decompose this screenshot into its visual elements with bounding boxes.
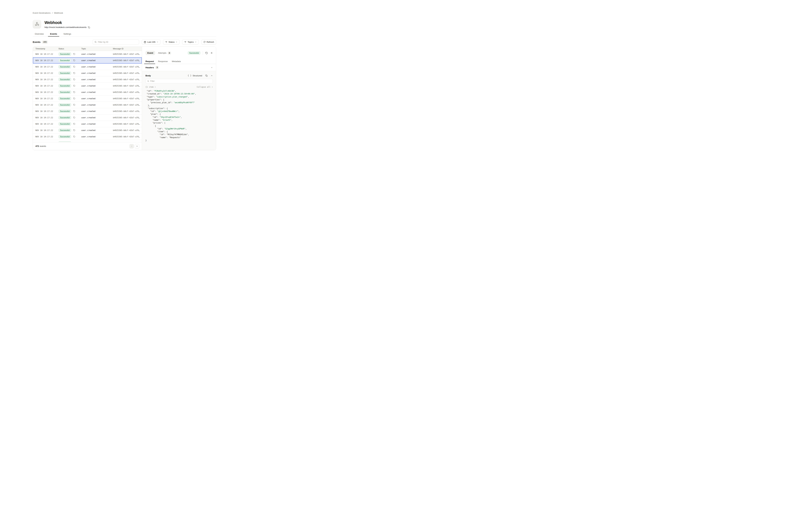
- retry-icon[interactable]: [73, 136, 75, 138]
- refresh-button[interactable]: Refresh: [201, 40, 216, 44]
- retry-icon[interactable]: [73, 66, 75, 68]
- headers-label: Headers: [146, 66, 154, 69]
- table-row[interactable]: NOV 18 10:17:22 Successful user.created …: [33, 134, 142, 140]
- retry-icon[interactable]: [73, 78, 75, 80]
- table-footer: 472 events: [33, 142, 142, 150]
- table-row[interactable]: NOV 18 10:17:22 Successful user.created …: [33, 127, 142, 134]
- table-row[interactable]: NOV 18 10:17:22 Successful user.created …: [33, 121, 142, 127]
- attempts-label: Attempts: [158, 52, 166, 54]
- json-line: "properties": {: [146, 98, 213, 101]
- topic-cell: user.created: [81, 110, 113, 112]
- status-filter-button[interactable]: Status: [163, 40, 179, 44]
- search-icon: [147, 80, 149, 82]
- date-range-button[interactable]: Last 24h: [142, 40, 160, 44]
- breadcrumb-parent[interactable]: Event Destinations: [33, 12, 51, 14]
- filter-by-id-box: [93, 40, 139, 44]
- filter-by-id-input[interactable]: [98, 41, 137, 43]
- breadcrumb-current[interactable]: Webhook: [54, 12, 63, 14]
- status-cell: Successful: [58, 103, 81, 107]
- topic-cell: user.created: [81, 104, 113, 106]
- headers-count-badge: 3: [155, 66, 159, 69]
- table-row[interactable]: NOV 18 10:17:22 Successful user.created …: [33, 89, 142, 95]
- tab-attempts[interactable]: Attempts 3: [158, 52, 171, 54]
- attempts-count-badge: 3: [168, 52, 171, 54]
- json-line: "id": "MJ2oy747MNQXELAo",: [146, 133, 213, 136]
- retry-icon[interactable]: [73, 129, 75, 131]
- tab-overview[interactable]: Overview: [33, 31, 46, 36]
- prev-page-button[interactable]: [129, 144, 134, 149]
- message-id-cell: b4925365-b8cf-42b7-a76…: [113, 97, 142, 100]
- timestamp-cell: NOV 18 10:17:22: [35, 97, 58, 100]
- json-line: "previous_plan_id": "aezmBVpPksWVY6FT": [146, 101, 213, 104]
- topic-cell: user.created: [81, 78, 113, 81]
- topic-cell: user.created: [81, 53, 113, 55]
- webhook-icon: [35, 22, 39, 27]
- retry-icon[interactable]: [73, 110, 75, 112]
- table-row[interactable]: NOV 18 10:17:22 Successful user.created …: [33, 51, 142, 57]
- subtab-request[interactable]: Request: [146, 59, 154, 64]
- collapse-body-icon[interactable]: [211, 75, 213, 77]
- retry-event-icon[interactable]: [205, 52, 208, 54]
- json-line: "item": {: [146, 130, 213, 133]
- page-title: Webhook: [44, 20, 90, 25]
- table-row[interactable]: NOV 18 10:17:22 Successful user.created …: [33, 114, 142, 121]
- status-badge: Successful: [58, 65, 71, 69]
- footer-count: 472: [35, 145, 39, 147]
- retry-icon[interactable]: [73, 59, 75, 61]
- table-row[interactable]: NOV 18 10:17:22 Successful user.created …: [33, 76, 142, 83]
- topics-filter-button[interactable]: Topics: [182, 40, 198, 44]
- body-filter-input[interactable]: [150, 80, 211, 82]
- retry-icon[interactable]: [73, 85, 75, 87]
- retry-icon[interactable]: [73, 116, 75, 119]
- events-toolbar: Events 472 Last 24h: [33, 40, 216, 44]
- tab-settings[interactable]: Settings: [61, 31, 73, 36]
- table-row[interactable]: NOV 18 10:17:22 Successful user.created …: [33, 57, 142, 64]
- subtab-metadata[interactable]: Metadata: [172, 59, 181, 64]
- table-row[interactable]: NOV 18 10:17:22 Successful user.created …: [33, 64, 142, 70]
- status-cell: Successful: [58, 65, 81, 69]
- status-cell: Successful: [58, 52, 81, 56]
- retry-icon[interactable]: [73, 91, 75, 93]
- collapse-all-button[interactable]: Collapse all ↑: [197, 86, 213, 88]
- copy-body-icon[interactable]: [205, 74, 208, 77]
- json-line: "id": "QJgg9WrS4vyQPNdR",: [146, 127, 213, 130]
- status-cell: Successful: [58, 91, 81, 94]
- timestamp-cell: NOV 18 10:17:22: [35, 110, 58, 112]
- retry-icon[interactable]: [73, 123, 75, 125]
- headers-section-row[interactable]: Headers 3: [142, 64, 216, 71]
- retry-icon[interactable]: [73, 104, 75, 106]
- retry-icon[interactable]: [73, 53, 75, 55]
- topics-filter-label: Topics: [188, 41, 193, 43]
- message-id-cell: b4925365-b8cf-42b7-a76…: [113, 129, 142, 131]
- copy-url-icon[interactable]: [88, 26, 90, 28]
- table-row[interactable]: NOV 18 10:17:22 Successful user.created …: [33, 108, 142, 114]
- up-arrow-icon: ↑: [155, 86, 156, 88]
- retry-icon[interactable]: [73, 72, 75, 74]
- message-id-cell: b4925365-b8cf-42b7-a76…: [113, 72, 142, 74]
- tab-events[interactable]: Events: [48, 31, 59, 36]
- table-row[interactable]: NOV 18 10:17:22 Successful user.created …: [33, 102, 142, 108]
- message-id-cell: b4925365-b8cf-42b7-a76…: [113, 104, 142, 106]
- structured-toggle[interactable]: Structured: [193, 74, 202, 77]
- message-id-cell: b4925365-b8cf-42b7-a76…: [113, 66, 142, 68]
- table-row[interactable]: NOV 18 10:17:22 Successful user.created …: [33, 95, 142, 102]
- body-label: Body: [146, 74, 151, 77]
- events-count-badge: 472: [42, 40, 48, 44]
- chevron-down-icon: [176, 41, 177, 43]
- subtab-response[interactable]: Response: [158, 59, 168, 64]
- json-line: "name": "Growth",: [146, 119, 213, 121]
- table-row[interactable]: NOV 18 10:17:22 Successful user.created …: [33, 70, 142, 76]
- main-tabs: Overview Events Settings: [33, 31, 216, 37]
- table-row[interactable]: NOV 18 10:17:22 Successful user.created …: [33, 83, 142, 89]
- json-line: },: [146, 104, 213, 107]
- items-summary[interactable]: {1 item ↑: [146, 86, 156, 88]
- chevron-down-icon[interactable]: [211, 66, 213, 69]
- close-icon[interactable]: [210, 52, 213, 54]
- body-filter-box: [146, 79, 213, 83]
- tab-event[interactable]: Event: [146, 51, 155, 55]
- timestamp-cell: NOV 18 10:17:22: [35, 91, 58, 93]
- status-badge: Successful: [58, 110, 71, 113]
- next-page-button[interactable]: [135, 144, 139, 149]
- retry-icon[interactable]: [73, 97, 75, 99]
- webhook-url: http://mock.hookdeck.com/webhooks/events: [44, 26, 87, 28]
